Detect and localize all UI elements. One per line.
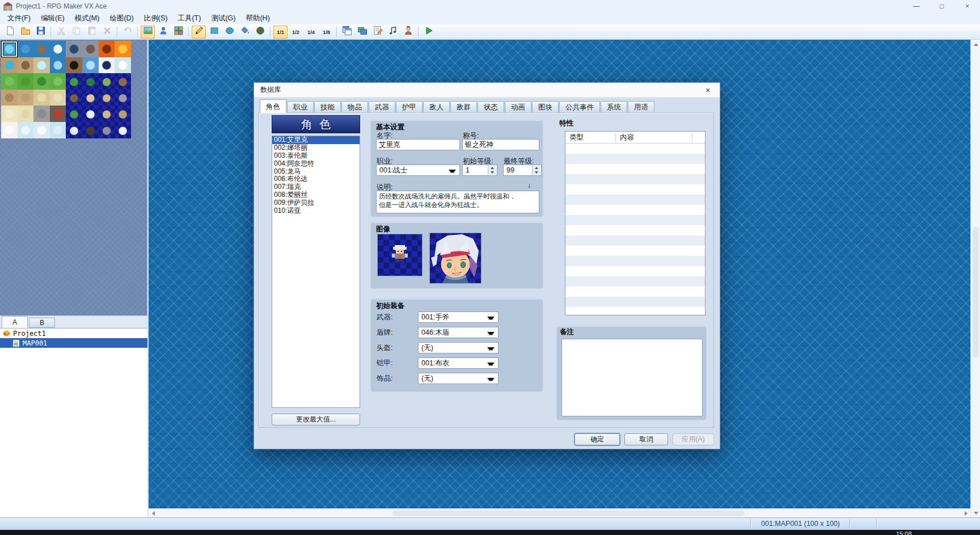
tile-gravel[interactable]	[33, 106, 50, 122]
scroll-up-icon[interactable]	[971, 40, 980, 49]
zoom-1-4-button[interactable]: 1/4	[304, 26, 318, 39]
sound-test-button[interactable]	[386, 26, 400, 39]
traits-table-rows[interactable]	[565, 144, 705, 315]
face-portrait-box[interactable]	[429, 233, 481, 284]
tile-cave-hole[interactable]	[66, 57, 82, 74]
shadow-pen-tool-button[interactable]	[253, 26, 267, 39]
tab-terms[interactable]: 用语	[628, 101, 654, 112]
character-sprite-box[interactable]	[377, 234, 423, 276]
max-level-stepper[interactable]: 99	[503, 165, 542, 176]
zoom-1-1-button[interactable]: 1/1	[273, 26, 288, 39]
helmet-combo[interactable]: (无)	[418, 342, 499, 353]
actor-item[interactable]: 004:阿奈思特	[272, 160, 360, 168]
tab-weapons[interactable]: 武器	[369, 101, 395, 112]
menu-test[interactable]: 测试(G)	[206, 12, 240, 24]
tab-enemies[interactable]: 敌人	[423, 101, 450, 112]
menu-edit[interactable]: 编辑(E)	[36, 12, 70, 24]
save-project-button[interactable]	[33, 26, 48, 39]
tile-sand[interactable]	[50, 90, 66, 106]
tile-dead-tree[interactable]	[66, 90, 82, 106]
tile-pine-tree[interactable]	[82, 73, 99, 90]
maximize-button[interactable]: □	[929, 0, 954, 12]
menu-mode[interactable]: 模式(M)	[70, 12, 105, 24]
tile-sea-autotile[interactable]	[18, 41, 34, 57]
palette-tab-a[interactable]: A	[2, 316, 28, 328]
tab-actors[interactable]: 角色	[260, 99, 286, 113]
shield-combo[interactable]: 046:木盾	[418, 327, 499, 338]
actor-item[interactable]: 002:娜塔丽	[272, 144, 360, 152]
tile-tan-rocks[interactable]	[115, 106, 131, 122]
change-maximum-button[interactable]: 更改最大值...	[272, 414, 360, 426]
tree-item-project[interactable]: Project1	[0, 328, 147, 338]
tile-sea-rocks[interactable]	[33, 41, 50, 57]
actor-item[interactable]: 009:伊萨贝拉	[272, 199, 360, 207]
tile-white-splat[interactable]	[82, 106, 99, 122]
tile-lava-pool[interactable]	[99, 41, 115, 57]
tile-lava-rock[interactable]	[50, 106, 66, 122]
ok-button[interactable]: 确定	[575, 433, 620, 445]
tile-rocky-mountain[interactable]	[99, 122, 115, 138]
tile-pale-field[interactable]	[1, 106, 18, 122]
tile-mountain[interactable]	[115, 73, 131, 90]
actor-item[interactable]: 005:龙马	[272, 168, 360, 176]
close-button[interactable]: ×	[954, 0, 980, 12]
tile-spring[interactable]	[33, 57, 50, 74]
tab-animations[interactable]: 动画	[505, 101, 531, 112]
dialog-close-icon[interactable]: ×	[701, 85, 715, 96]
actor-item[interactable]: 006:布伦达	[272, 175, 360, 183]
tab-common-events[interactable]: 公共事件	[559, 101, 600, 112]
menu-help[interactable]: 帮助(H)	[240, 12, 274, 24]
actor-item[interactable]: 007:瑞克	[272, 183, 360, 191]
tab-troops[interactable]: 敌群	[450, 101, 477, 112]
tab-classes[interactable]: 职业	[287, 101, 314, 112]
tile-grass-dark[interactable]	[18, 73, 34, 90]
resource-manager-button[interactable]	[355, 26, 369, 39]
name-input[interactable]	[376, 139, 460, 150]
tile-cracked-dirt[interactable]	[1, 90, 18, 106]
minimize-button[interactable]: —	[903, 0, 929, 12]
tab-states[interactable]: 状态	[478, 101, 504, 112]
map-horizontal-scrollbar[interactable]	[149, 508, 970, 517]
note-input[interactable]	[561, 339, 703, 416]
tile-pond[interactable]	[1, 57, 18, 74]
tile-water-autotile[interactable]	[1, 41, 18, 57]
tile-bush[interactable]	[33, 73, 50, 90]
tile-snow-hole[interactable]	[99, 57, 115, 74]
tile-ice[interactable]	[18, 122, 34, 138]
actor-item[interactable]: 003:泰伦斯	[272, 152, 360, 160]
tab-items[interactable]: 物品	[341, 101, 368, 112]
tree-item-map001[interactable]: MAP001	[0, 338, 147, 348]
tab-tilesets[interactable]: 图块	[532, 101, 559, 112]
stepper-buttons[interactable]	[488, 166, 496, 175]
tile-cloud[interactable]	[115, 57, 131, 74]
database-button[interactable]	[340, 26, 354, 39]
dialog-titlebar[interactable]: 数据库	[254, 83, 720, 98]
tile-palm-tree[interactable]	[66, 106, 82, 122]
vscroll-thumb[interactable]	[973, 227, 979, 357]
actor-item[interactable]: 001:艾里克	[272, 136, 360, 144]
menu-draw[interactable]: 绘图(D)	[104, 12, 138, 24]
weapon-combo[interactable]: 001:手斧	[418, 311, 499, 323]
tile-green-hill[interactable]	[99, 73, 115, 90]
playtest-button[interactable]	[421, 26, 436, 39]
menu-file[interactable]: 文件(F)	[2, 12, 36, 24]
map-mode-button[interactable]	[141, 26, 155, 39]
apply-button[interactable]: 应用(A)	[673, 433, 714, 445]
nickname-input[interactable]	[462, 139, 539, 150]
script-editor-button[interactable]	[370, 26, 385, 39]
tile-sea-clouds[interactable]	[50, 41, 66, 57]
traits-table[interactable]: 类型 内容	[565, 131, 706, 315]
class-combo[interactable]: 001:战士	[376, 165, 460, 176]
menu-scale[interactable]: 比例(S)	[139, 12, 173, 24]
tile-waterfall[interactable]	[82, 57, 99, 74]
tile-gray-mountain[interactable]	[115, 90, 131, 106]
menu-tools[interactable]: 工具(T)	[172, 12, 206, 24]
character-generator-button[interactable]	[401, 26, 415, 39]
tile-dunes[interactable]	[99, 90, 115, 106]
tile-deep-pool[interactable]	[66, 41, 82, 57]
tile-lava[interactable]	[115, 41, 131, 57]
scroll-down-icon[interactable]	[971, 508, 980, 517]
actor-item[interactable]: 010:诺亚	[272, 207, 360, 215]
tile-ice-2[interactable]	[50, 122, 66, 138]
new-project-button[interactable]	[3, 26, 17, 39]
